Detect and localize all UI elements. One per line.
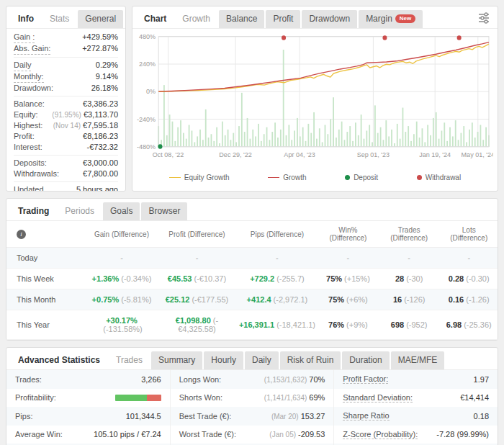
cell-difference: (-25.36) bbox=[464, 320, 492, 329]
tab-margin[interactable]: MarginNew bbox=[359, 10, 423, 28]
info-tabs: InfoStatsGeneral bbox=[11, 10, 123, 28]
stat-value-main: 3,266 bbox=[141, 375, 161, 384]
tab-profit[interactable]: Profit bbox=[266, 10, 300, 28]
cell-value: +1.36% bbox=[92, 274, 120, 283]
stat-label[interactable]: Profit Factor: bbox=[343, 374, 388, 384]
info-value-main: 0.29% bbox=[96, 60, 118, 69]
stat-label: Average Win: bbox=[15, 430, 63, 439]
tab-growth[interactable]: Growth bbox=[175, 10, 217, 28]
info-label[interactable]: Abs. Gain: bbox=[14, 43, 50, 55]
withdrawal-marker bbox=[382, 35, 387, 40]
stat-value: 1.97 bbox=[474, 375, 489, 384]
info-value-main: +429.59% bbox=[82, 32, 118, 41]
info-label[interactable]: Gain : bbox=[14, 32, 35, 43]
stat-label[interactable]: Z-Score (Probability): bbox=[343, 430, 418, 439]
profitability-bar bbox=[115, 395, 161, 401]
period-cell: 75%(+6%) bbox=[318, 289, 378, 310]
cell-difference: (-0.34%) bbox=[121, 274, 151, 283]
cell-value: €25.12 bbox=[166, 295, 190, 304]
cell-difference: (-5.81%) bbox=[121, 295, 151, 304]
tab-risk-of-ruin[interactable]: Risk of Ruin bbox=[280, 351, 341, 369]
stat-value: (Jan 05)-209.53 bbox=[269, 430, 325, 439]
info-label[interactable]: Daily bbox=[14, 60, 31, 71]
tab-trades[interactable]: Trades bbox=[109, 351, 150, 369]
x-axis-tick: Jan 19, '24 bbox=[419, 151, 451, 158]
tab-periods[interactable]: Periods bbox=[58, 202, 102, 220]
tab-daily[interactable]: Daily bbox=[245, 351, 279, 369]
cell-value: +729.2 bbox=[250, 274, 274, 283]
stat-value: 3,266 bbox=[141, 375, 161, 384]
info-label: Equity: bbox=[14, 109, 38, 120]
cell-value: 75% bbox=[328, 295, 344, 304]
growth-chart[interactable]: 480%240%0%-240%-480%Oct 08, '22Dec 29, '… bbox=[132, 29, 498, 171]
info-value: (Nov 14)€7,595.18 bbox=[53, 120, 118, 131]
period-cell: +729.2(-255.7) bbox=[236, 269, 318, 289]
tab-mae-mfe[interactable]: MAE/MFE bbox=[391, 351, 445, 369]
info-value-main: 9.14% bbox=[96, 72, 118, 81]
info-value-main: 26.18% bbox=[91, 84, 118, 92]
page: InfoStatsGeneral Gain :+429.59%Abs. Gain… bbox=[0, 0, 504, 445]
stat-value-note: (1,141/1,634) bbox=[264, 394, 307, 402]
stat-label[interactable]: Sharpe Ratio bbox=[343, 411, 389, 421]
period-label: Today bbox=[6, 248, 86, 269]
x-axis-tick: Apr 04, '23 bbox=[284, 151, 315, 158]
tab-goals[interactable]: Goals bbox=[103, 202, 140, 220]
tab-duration[interactable]: Duration bbox=[342, 351, 389, 369]
cell-value: +16,391.1 bbox=[239, 320, 274, 329]
profitability-bar-win bbox=[115, 395, 148, 401]
info-value: 5 hours ago bbox=[76, 184, 118, 192]
info-value-note: (91.95%) bbox=[52, 111, 81, 119]
info-value: €3,386.23 bbox=[83, 99, 118, 109]
info-value-main: €3,000.00 bbox=[83, 158, 118, 167]
info-value: -€732.32 bbox=[87, 142, 118, 153]
stats-column-3: Profit Factor:1.97Standard Deviation:€14… bbox=[333, 370, 498, 445]
panel-title-advanced-statistics: Advanced Statistics bbox=[11, 351, 107, 369]
x-axis-tick: Dec 29, '22 bbox=[219, 151, 251, 158]
info-value-main: €3,113.70 bbox=[84, 110, 118, 119]
info-row: Deposits:€3,000.00 bbox=[14, 158, 118, 168]
chart-settings-icon[interactable] bbox=[476, 11, 492, 28]
period-cell: +0.75%(-5.81%) bbox=[86, 289, 158, 310]
info-value: +429.59% bbox=[82, 32, 118, 42]
cell-value: €1,098.80 bbox=[176, 316, 211, 325]
cell-value: 0.28 bbox=[449, 274, 464, 283]
cell-value: 75% bbox=[326, 274, 342, 283]
empty-value: - bbox=[120, 253, 123, 262]
periods-tabbar: TradingPeriodsGoalsBrowser bbox=[6, 199, 498, 221]
tab-label: Trades bbox=[116, 355, 143, 365]
column-header: Profit (Difference) bbox=[158, 221, 236, 248]
info-row: Equity:(91.95%)€3,113.70 bbox=[14, 109, 118, 120]
column-header: Trades (Difference) bbox=[378, 221, 441, 248]
stat-value: (Mar 20)153.27 bbox=[271, 412, 325, 421]
info-icon[interactable]: i bbox=[17, 230, 26, 239]
chart-panel: ChartGrowthBalanceProfitDrawdownMarginNe… bbox=[132, 6, 498, 192]
tab-browser[interactable]: Browser bbox=[141, 202, 187, 220]
cell-difference: (-0.30) bbox=[466, 274, 489, 283]
stat-value-main: 105.10 pips / €7.24 bbox=[94, 430, 161, 439]
info-label: Updated bbox=[14, 184, 44, 192]
tab-summary[interactable]: Summary bbox=[151, 351, 202, 369]
y-axis-tick: 0% bbox=[146, 88, 156, 95]
period-cell: +30.17%(-131.58%) bbox=[86, 310, 158, 340]
tab-balance[interactable]: Balance bbox=[219, 10, 264, 28]
period-cell: 76%(+9%) bbox=[318, 310, 378, 340]
info-row: Highest:(Nov 14)€7,595.18 bbox=[14, 120, 118, 131]
info-group: Updated5 hours agoTracking24 bbox=[14, 182, 118, 192]
periods-table-body: Today------This Week+1.36%(-0.34%)€45.53… bbox=[6, 248, 498, 340]
tab-stats[interactable]: Stats bbox=[42, 10, 76, 28]
growth-chart-svg[interactable]: 480%240%0%-240%-480%Oct 08, '22Dec 29, '… bbox=[137, 30, 493, 168]
stats-tabbar: Advanced StatisticsTradesSummaryHourlyDa… bbox=[6, 348, 498, 370]
top-row: InfoStatsGeneral Gain :+429.59%Abs. Gain… bbox=[6, 6, 498, 192]
stats-table: Trades:3,266Profitability:Pips:101,344.5… bbox=[6, 370, 498, 445]
info-panel: InfoStatsGeneral Gain :+429.59%Abs. Gain… bbox=[6, 6, 126, 192]
period-cell: 0.16(-1.26) bbox=[440, 289, 498, 310]
info-row: Drawdown:26.18% bbox=[14, 83, 118, 94]
stat-label[interactable]: Standard Deviation: bbox=[343, 393, 413, 403]
tab-general[interactable]: General bbox=[78, 10, 123, 28]
info-row: Daily0.29% bbox=[14, 60, 118, 71]
tab-drawdown[interactable]: Drawdown bbox=[302, 10, 357, 28]
tab-hourly[interactable]: Hourly bbox=[204, 351, 243, 369]
info-label[interactable]: Monthly: bbox=[14, 71, 44, 83]
stat-value-main: -7.28 (99.99%) bbox=[436, 430, 489, 439]
info-group: Daily0.29%Monthly:9.14%Drawdown:26.18% bbox=[14, 58, 118, 96]
